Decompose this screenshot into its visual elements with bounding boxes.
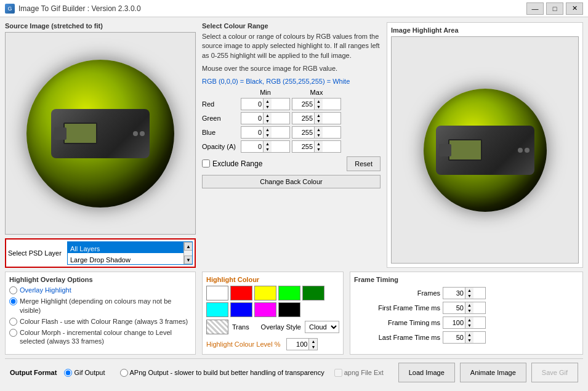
swatch-white[interactable] — [206, 286, 228, 300]
highlight-level-spinner[interactable]: ▲ ▼ — [286, 338, 318, 350]
overlay-row: Trans Overlay Style Cloud Blur Sharp — [206, 320, 339, 334]
radio-merge-highlight-input[interactable] — [9, 297, 17, 305]
opacity-min-up[interactable]: ▲ — [264, 141, 272, 147]
frames-input[interactable] — [443, 289, 465, 297]
swatch-magenta[interactable] — [254, 302, 276, 317]
highlight-image-preview — [424, 89, 547, 212]
frames-spinner[interactable]: ▲ ▼ — [443, 287, 486, 299]
rgb-min-header: Min — [241, 89, 290, 96]
radio-merge-highlight: Merge Highlight (depending on colours ma… — [9, 297, 191, 315]
apng-output-radio[interactable] — [120, 369, 128, 377]
highlight-gameboy-btn-b — [525, 148, 530, 153]
last-frame-up[interactable]: ▲ — [465, 332, 473, 337]
green-max-input[interactable] — [292, 115, 314, 122]
frame-timing-input[interactable] — [443, 319, 465, 326]
psd-layer-dropdown[interactable]: All Layers Large Drop Shadow ▲ ▼ — [67, 241, 193, 265]
animate-image-button[interactable]: Animate Image — [460, 363, 526, 382]
highlight-level-input[interactable] — [287, 341, 308, 348]
opacity-min-spinner[interactable]: ▲ ▼ — [241, 140, 290, 153]
first-frame-spinner[interactable]: ▲ ▼ — [443, 302, 486, 314]
radio-colour-flash-input[interactable] — [9, 318, 17, 326]
red-min-arrows: ▲ ▼ — [263, 99, 272, 110]
maximize-button[interactable]: □ — [546, 2, 563, 15]
gif-output-radio[interactable] — [64, 369, 72, 377]
blue-min-spinner[interactable]: ▲ ▼ — [241, 126, 290, 139]
red-min-down[interactable]: ▼ — [264, 104, 272, 110]
swatch-black[interactable] — [278, 302, 300, 317]
highlight-overlay-options-panel: Highlight Overlay Options Overlay Highli… — [5, 272, 196, 355]
psd-dropdown-inner[interactable]: All Layers Large Drop Shadow ▲ ▼ — [67, 241, 193, 265]
colour-range-title: Select Colour Range — [202, 22, 381, 30]
red-max-down[interactable]: ▼ — [315, 104, 323, 110]
reset-button[interactable]: Reset — [347, 156, 381, 171]
scroll-up-arrow[interactable]: ▲ — [184, 242, 193, 251]
blue-max-input[interactable] — [292, 129, 314, 136]
frames-up[interactable]: ▲ — [465, 288, 473, 293]
opacity-max-down[interactable]: ▼ — [315, 147, 323, 152]
green-max-spinner[interactable]: ▲ ▼ — [292, 112, 341, 124]
swatch-red[interactable] — [230, 286, 252, 300]
first-frame-down[interactable]: ▼ — [465, 308, 473, 313]
swatch-yellow[interactable] — [254, 286, 276, 300]
swatch-trans[interactable] — [206, 320, 228, 334]
green-min-input[interactable] — [241, 115, 263, 122]
psd-option-all-layers[interactable]: All Layers — [68, 242, 192, 253]
blue-max-up[interactable]: ▲ — [315, 127, 323, 132]
red-min-input[interactable] — [241, 100, 263, 108]
frame-timing-up[interactable]: ▲ — [465, 317, 473, 323]
frame-timing-down[interactable]: ▼ — [465, 323, 473, 328]
opacity-min-input[interactable] — [241, 143, 263, 150]
opacity-max-up[interactable]: ▲ — [315, 141, 323, 147]
radio-colour-morph-input[interactable] — [9, 329, 17, 337]
frames-down[interactable]: ▼ — [465, 293, 473, 299]
close-button[interactable]: ✕ — [566, 2, 583, 15]
highlight-level-up[interactable]: ▲ — [309, 339, 317, 344]
apng-file-ext-checkbox[interactable] — [334, 369, 342, 377]
exclude-range-checkbox[interactable] — [202, 159, 210, 167]
swatch-blue[interactable] — [230, 302, 252, 317]
blue-max-spinner[interactable]: ▲ ▼ — [292, 126, 341, 139]
red-max-spinner[interactable]: ▲ ▼ — [292, 98, 341, 110]
swatch-green[interactable] — [302, 286, 324, 300]
red-max-input[interactable] — [292, 100, 314, 108]
first-frame-input[interactable] — [443, 304, 465, 312]
opacity-max-spinner[interactable]: ▲ ▼ — [292, 140, 341, 153]
green-max-down[interactable]: ▼ — [315, 118, 323, 124]
swatch-lime[interactable] — [278, 286, 300, 300]
overlay-style-label: Overlay Style — [261, 323, 301, 331]
title-bar-controls: — □ ✕ — [526, 2, 583, 15]
first-frame-up[interactable]: ▲ — [465, 302, 473, 308]
psd-option-large-drop-shadow[interactable]: Large Drop Shadow — [68, 253, 192, 264]
blue-min-down[interactable]: ▼ — [264, 132, 272, 138]
highlight-level-down[interactable]: ▼ — [309, 344, 317, 350]
blue-min-input[interactable] — [241, 129, 263, 136]
overlay-style-select[interactable]: Cloud Blur Sharp — [305, 321, 339, 333]
green-min-up[interactable]: ▲ — [264, 113, 272, 118]
swatch-cyan[interactable] — [206, 302, 228, 317]
last-frame-spinner[interactable]: ▲ ▼ — [443, 331, 486, 344]
opacity-min-down[interactable]: ▼ — [264, 147, 272, 152]
green-min-down[interactable]: ▼ — [264, 118, 272, 124]
red-max-up[interactable]: ▲ — [315, 99, 323, 104]
first-frame-arrows: ▲ ▼ — [465, 302, 473, 313]
green-min-spinner[interactable]: ▲ ▼ — [241, 112, 290, 124]
radio-overlay-highlight-input[interactable] — [9, 286, 17, 294]
source-image-panel: Source Image (stretched to fit) Select P… — [5, 22, 196, 268]
blue-min-up[interactable]: ▲ — [264, 127, 272, 132]
green-min-arrows: ▲ ▼ — [263, 113, 272, 124]
load-image-button[interactable]: Load Image — [398, 363, 455, 382]
last-frame-input[interactable] — [443, 334, 465, 341]
opacity-max-input[interactable] — [292, 143, 314, 150]
minimize-button[interactable]: — — [526, 2, 544, 15]
green-max-up[interactable]: ▲ — [315, 113, 323, 118]
red-min-up[interactable]: ▲ — [264, 99, 272, 104]
last-frame-down[interactable]: ▼ — [465, 337, 473, 343]
save-gif-button[interactable]: Save Gif — [531, 363, 578, 382]
app-icon: G — [5, 4, 15, 14]
highlight-gameboy-buttons — [518, 148, 530, 153]
blue-max-down[interactable]: ▼ — [315, 132, 323, 138]
scroll-down-arrow[interactable]: ▼ — [184, 256, 193, 264]
change-back-colour-button[interactable]: Change Back Colour — [202, 175, 381, 188]
red-min-spinner[interactable]: ▲ ▼ — [241, 98, 290, 110]
frame-timing-spinner[interactable]: ▲ ▼ — [443, 316, 486, 329]
